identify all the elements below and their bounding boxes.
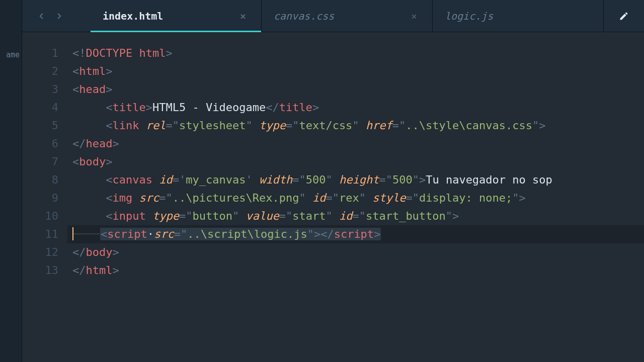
code-line[interactable]: <head>	[67, 80, 644, 99]
code-line[interactable]: <input type="button" value="start" id="s…	[67, 207, 644, 225]
chevron-left-icon	[37, 12, 46, 21]
code-line[interactable]: <html>	[67, 62, 644, 80]
tab-logic-js[interactable]: logic.js	[433, 0, 604, 32]
code-line[interactable]: </head>	[67, 135, 644, 153]
line-number: 7	[22, 153, 58, 171]
tab-label: canvas.css	[274, 10, 334, 22]
line-number: 2	[22, 62, 58, 80]
main-pane: index.html×canvas.css×logic.js 123456789…	[22, 0, 644, 362]
line-number: 8	[22, 171, 58, 189]
line-number: 3	[22, 80, 58, 99]
tab-index-html[interactable]: index.html×	[91, 0, 262, 32]
line-number: 5	[22, 117, 58, 135]
nav-back-button[interactable]	[34, 9, 48, 23]
code-line[interactable]: <title>HTML5 - Videogame</title>	[67, 99, 644, 117]
pencil-icon	[619, 11, 629, 21]
tab-edit-button[interactable]	[604, 11, 644, 21]
chevron-right-icon	[55, 12, 64, 21]
line-number: 4	[22, 99, 58, 117]
close-icon[interactable]: ×	[408, 10, 420, 22]
line-number: 1	[22, 44, 58, 62]
tab-label: index.html	[103, 10, 163, 22]
code-line[interactable]: </body>	[67, 243, 644, 261]
code-area[interactable]: <!DOCTYPE html><html><head> <title>HTML5…	[67, 32, 644, 362]
code-line[interactable]: </html>	[67, 261, 644, 280]
tab-bar: index.html×canvas.css×logic.js	[22, 0, 644, 32]
code-line[interactable]: <!DOCTYPE html>	[67, 44, 644, 62]
line-number: 10	[22, 207, 58, 225]
code-editor[interactable]: 12345678910111213 <!DOCTYPE html><html><…	[22, 32, 644, 362]
nav-forward-button[interactable]	[52, 9, 66, 23]
code-line[interactable]: <canvas id='my_canvas' width="500" heigh…	[67, 171, 644, 189]
line-number: 12	[22, 243, 58, 261]
code-line[interactable]: <link rel="stylesheet" type="text/css" h…	[67, 117, 644, 135]
tab-label: logic.js	[445, 10, 493, 22]
line-number: 13	[22, 261, 58, 280]
tabs-container: index.html×canvas.css×logic.js	[91, 0, 604, 32]
tab-history-nav	[34, 9, 66, 23]
code-line[interactable]: <img src="..\pictures\Rex.png" id="rex" …	[67, 189, 644, 207]
app-root: ame index.html×canvas.css×logic.js 12345…	[0, 0, 644, 362]
tab-canvas-css[interactable]: canvas.css×	[262, 0, 433, 32]
code-line[interactable]: <body>	[67, 153, 644, 171]
line-number-gutter: 12345678910111213	[22, 32, 67, 362]
sidebar-folder-label: ame	[6, 50, 20, 59]
project-sidebar[interactable]: ame	[0, 0, 22, 362]
line-number: 11	[22, 225, 58, 243]
line-number: 6	[22, 135, 58, 153]
code-line[interactable]: ────<script·src="..\script\logic.js"></s…	[67, 225, 644, 243]
line-number: 9	[22, 189, 58, 207]
close-icon[interactable]: ×	[237, 10, 249, 22]
